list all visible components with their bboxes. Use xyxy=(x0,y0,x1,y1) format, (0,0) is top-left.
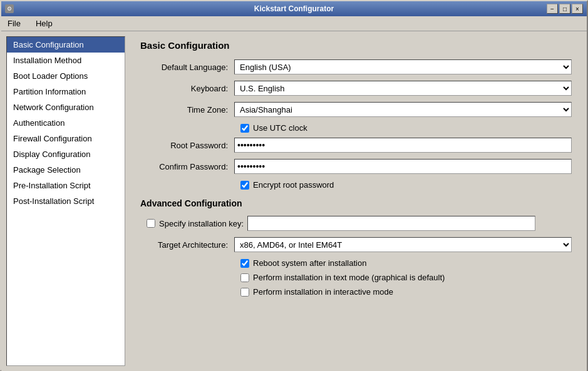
utc-clock-checkbox[interactable] xyxy=(240,124,249,133)
sidebar-item-partition-information[interactable]: Partition Information xyxy=(7,84,125,99)
advanced-config-title: Advanced Configuration xyxy=(140,198,572,208)
window-controls: − □ × xyxy=(547,4,583,14)
utc-clock-row: Use UTC clock xyxy=(240,123,572,133)
text-mode-row: Perform installation in text mode (graph… xyxy=(240,273,572,282)
utc-clock-label: Use UTC clock xyxy=(253,123,307,133)
maximize-button[interactable]: □ xyxy=(559,4,570,14)
sidebar-item-package-selection[interactable]: Package Selection xyxy=(7,162,125,178)
interactive-row: Perform installation in interactive mode xyxy=(240,287,572,297)
specify-key-label: Specify installation key: xyxy=(159,219,244,228)
interactive-checkbox[interactable] xyxy=(240,288,249,297)
time-zone-group: Time Zone: Asia/Shanghai xyxy=(140,102,572,117)
keyboard-label: Keyboard: xyxy=(140,84,234,93)
keyboard-group: Keyboard: U.S. English xyxy=(140,81,572,96)
title-bar: ⚙ Kickstart Configurator − □ × xyxy=(1,1,587,16)
sidebar-item-network-configuration[interactable]: Network Configuration xyxy=(7,99,125,115)
sidebar-item-pre-installation-script[interactable]: Pre-Installation Script xyxy=(7,178,125,193)
root-password-control xyxy=(234,138,572,153)
app-icon: ⚙ xyxy=(5,4,14,13)
encrypt-root-checkbox[interactable] xyxy=(240,181,249,190)
text-mode-label: Perform installation in text mode (graph… xyxy=(253,273,445,282)
time-zone-control: Asia/Shanghai xyxy=(234,102,572,117)
window-title: Kickstart Configurator xyxy=(254,4,334,13)
default-language-control: English (USA) xyxy=(234,59,572,74)
keyboard-control: U.S. English xyxy=(234,81,572,96)
menubar: File Help xyxy=(1,16,587,31)
menu-help[interactable]: Help xyxy=(32,18,56,29)
sidebar: Basic Configuration Installation Method … xyxy=(6,36,125,366)
close-button[interactable]: × xyxy=(572,4,583,14)
target-arch-group: Target Architecture: x86, AMD64, or Inte… xyxy=(140,237,572,252)
sidebar-item-authentication[interactable]: Authentication xyxy=(7,115,125,131)
specify-key-checkbox[interactable] xyxy=(147,219,155,228)
default-language-group: Default Language: English (USA) xyxy=(140,59,572,74)
main-layout: Basic Configuration Installation Method … xyxy=(1,31,587,371)
time-zone-select[interactable]: Asia/Shanghai xyxy=(234,102,572,117)
reboot-row: Reboot system after installation xyxy=(240,258,572,268)
basic-config-title: Basic Configuration xyxy=(140,40,572,51)
sidebar-item-firewall-configuration[interactable]: Firewall Configuration xyxy=(7,131,125,146)
root-password-group: Root Password: xyxy=(140,138,572,153)
confirm-password-group: Confirm Password: xyxy=(140,159,572,174)
specify-key-row: Specify installation key: xyxy=(147,216,572,231)
target-arch-control: x86, AMD64, or Intel EM64T xyxy=(234,237,572,252)
target-arch-label: Target Architecture: xyxy=(140,240,234,250)
sidebar-item-boot-loader-options[interactable]: Boot Loader Options xyxy=(7,68,125,84)
sidebar-item-installation-method[interactable]: Installation Method xyxy=(7,53,125,68)
confirm-password-label: Confirm Password: xyxy=(140,162,234,171)
default-language-label: Default Language: xyxy=(140,63,234,72)
sidebar-item-display-configuration[interactable]: Display Configuration xyxy=(7,146,125,162)
interactive-label: Perform installation in interactive mode xyxy=(253,287,393,297)
encrypt-root-label: Encrypt root password xyxy=(253,180,334,190)
root-password-input[interactable] xyxy=(234,138,572,153)
time-zone-label: Time Zone: xyxy=(140,105,234,114)
default-language-select[interactable]: English (USA) xyxy=(234,59,572,74)
content-area: Basic Configuration Default Language: En… xyxy=(130,36,582,366)
reboot-label: Reboot system after installation xyxy=(253,258,366,268)
sidebar-item-post-installation-script[interactable]: Post-Installation Script xyxy=(7,193,125,209)
confirm-password-input[interactable] xyxy=(234,159,572,174)
keyboard-select[interactable]: U.S. English xyxy=(234,81,572,96)
reboot-checkbox[interactable] xyxy=(240,259,249,268)
specify-key-input[interactable] xyxy=(247,216,535,231)
menu-file[interactable]: File xyxy=(4,18,24,29)
encrypt-root-row: Encrypt root password xyxy=(240,180,572,190)
target-arch-select[interactable]: x86, AMD64, or Intel EM64T xyxy=(234,237,572,252)
minimize-button[interactable]: − xyxy=(547,4,558,14)
root-password-label: Root Password: xyxy=(140,141,234,150)
sidebar-item-basic-configuration[interactable]: Basic Configuration xyxy=(7,37,125,53)
text-mode-checkbox[interactable] xyxy=(240,273,249,282)
specify-key-input-container xyxy=(247,216,572,231)
confirm-password-control xyxy=(234,159,572,174)
